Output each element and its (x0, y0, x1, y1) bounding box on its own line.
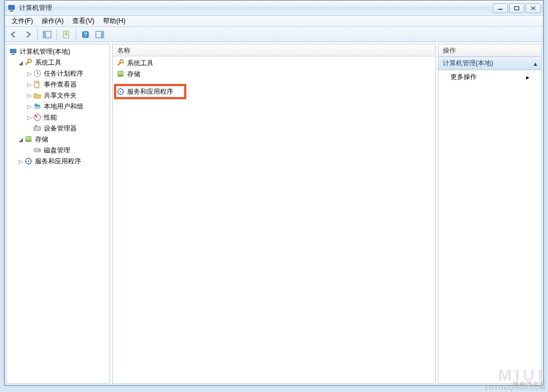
toolbar-separator (56, 29, 57, 40)
tree-task-scheduler[interactable]: ▷ 任务计划程序 (7, 68, 110, 79)
tree-label: 存储 (35, 135, 48, 144)
result-list[interactable]: 系统工具 存储 服务和应用程序 (113, 56, 435, 383)
minimize-icon (498, 6, 503, 10)
tree-services-apps[interactable]: ▷ 服务和应用程序 (7, 156, 110, 167)
actions-header: 操作 (438, 44, 541, 56)
maximize-icon (514, 6, 520, 10)
action-more-label: 更多操作 (450, 72, 477, 82)
properties-icon (62, 31, 70, 38)
services-icon (116, 87, 125, 96)
tree-label: 共享文件夹 (44, 91, 77, 100)
expand-icon[interactable]: ▷ (26, 104, 33, 110)
properties-button[interactable] (60, 29, 73, 41)
chevron-up-icon: ▴ (534, 60, 537, 67)
computer-icon (9, 47, 18, 56)
performance-icon (33, 113, 42, 122)
tree-local-users[interactable]: ▷ 本地用户和组 (7, 101, 110, 112)
arrow-right-icon (24, 31, 32, 38)
tree-system-tools[interactable]: ◢ 系统工具 (7, 57, 110, 68)
app-window: 计算机管理 文件(F) 操作(A) 查看(V) 帮助(H) (4, 0, 544, 385)
svg-point-27 (39, 150, 40, 151)
disk-icon (33, 146, 42, 155)
svg-rect-22 (35, 125, 37, 127)
collapse-icon[interactable]: ◢ (18, 137, 24, 143)
svg-rect-0 (8, 5, 15, 10)
list-header-name[interactable]: 名称 (113, 44, 435, 56)
tree-label: 事件查看器 (44, 80, 77, 89)
svg-point-25 (25, 140, 32, 142)
app-icon (7, 4, 16, 13)
users-icon (33, 102, 42, 111)
minimize-button[interactable] (493, 3, 508, 13)
svg-point-18 (38, 105, 41, 107)
help-button[interactable]: ? (79, 29, 92, 41)
toolbar: ? (5, 27, 543, 42)
tree-shared-folders[interactable]: ▷ 共享文件夹 (7, 90, 110, 101)
svg-rect-10 (101, 31, 104, 38)
titlebar: 计算机管理 (5, 1, 543, 16)
expand-icon[interactable]: ▷ (26, 115, 33, 121)
actions-pane: 操作 计算机管理(本地) ▴ 更多操作 ▸ (438, 44, 542, 384)
toolbar-separator (76, 29, 76, 40)
forward-button[interactable] (21, 29, 35, 41)
list-pane: 名称 系统工具 存储 服务和应用程序 (112, 44, 436, 384)
tree-performance[interactable]: ▷ 性能 (7, 112, 110, 123)
svg-text:?: ? (84, 32, 87, 38)
tree-storage[interactable]: ◢ 存储 (7, 134, 110, 145)
list-item-services-apps[interactable]: 服务和应用程序 (113, 86, 435, 97)
svg-rect-12 (12, 54, 15, 55)
action-more[interactable]: 更多操作 ▸ (438, 70, 541, 84)
expand-icon[interactable]: ▷ (26, 93, 33, 99)
expand-icon[interactable]: ▷ (26, 82, 33, 88)
collapse-icon[interactable]: ◢ (18, 60, 24, 66)
show-hide-tree-button[interactable] (41, 29, 54, 41)
clock-icon (33, 69, 42, 78)
device-icon (33, 124, 42, 133)
storage-icon (24, 135, 33, 144)
expand-icon[interactable]: ▷ (26, 71, 33, 77)
list-item-label: 服务和应用程序 (127, 87, 173, 96)
menu-action[interactable]: 操作(A) (37, 15, 68, 27)
list-item-label: 存储 (127, 70, 140, 79)
list-item-storage[interactable]: 存储 (113, 69, 435, 79)
help-icon: ? (82, 31, 89, 38)
tree-label: 磁盘管理 (44, 146, 70, 155)
menu-view[interactable]: 查看(V) (68, 15, 99, 27)
tree-label: 计算机管理(本地) (20, 47, 70, 56)
svg-rect-1 (10, 10, 13, 12)
back-button[interactable] (7, 29, 20, 41)
folder-shared-icon (33, 91, 42, 100)
close-button[interactable] (526, 3, 541, 13)
show-action-pane-button[interactable] (93, 29, 106, 41)
svg-point-35 (120, 91, 122, 93)
svg-point-17 (35, 104, 38, 107)
expand-icon[interactable]: ▷ (18, 158, 24, 164)
tree-label: 系统工具 (35, 58, 61, 67)
tree-root[interactable]: 计算机管理(本地) (7, 46, 110, 57)
list-item-system-tools[interactable]: 系统工具 (113, 58, 435, 69)
storage-icon (116, 70, 125, 78)
action-group-header[interactable]: 计算机管理(本地) ▴ (438, 56, 541, 70)
svg-rect-11 (10, 49, 16, 53)
menu-help[interactable]: 帮助(H) (99, 15, 130, 27)
svg-rect-19 (34, 107, 41, 109)
svg-rect-15 (35, 81, 39, 88)
tree-disk-management[interactable]: 磁盘管理 (7, 145, 110, 156)
svg-point-13 (28, 59, 31, 63)
tree-event-viewer[interactable]: ▷ 事件查看器 (7, 79, 110, 90)
toolbar-separator (37, 29, 38, 40)
maximize-button[interactable] (509, 3, 524, 13)
tools-icon (24, 58, 33, 67)
tree-label: 性能 (44, 113, 57, 122)
services-icon (24, 157, 33, 166)
svg-rect-16 (36, 82, 39, 83)
actions-body: 计算机管理(本地) ▴ 更多操作 ▸ (438, 56, 541, 383)
menu-file[interactable]: 文件(F) (7, 15, 37, 27)
console-tree[interactable]: 计算机管理(本地) ◢ 系统工具 ▷ 任务计划程序 ▷ 事件查看器 (7, 44, 110, 383)
menubar: 文件(F) 操作(A) 查看(V) 帮助(H) (5, 16, 543, 27)
tree-device-manager[interactable]: 设备管理器 (7, 123, 110, 134)
tree-label: 服务和应用程序 (35, 157, 81, 166)
event-icon (33, 80, 42, 89)
list-item-label: 系统工具 (127, 59, 153, 68)
svg-rect-6 (64, 31, 68, 38)
